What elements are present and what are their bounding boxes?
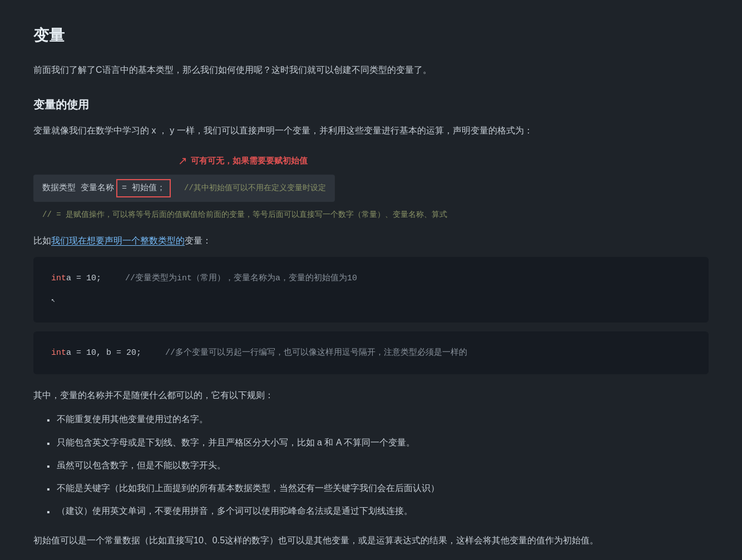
cursor-area: ↖ (51, 289, 691, 311)
rule-item-2: ▪ 只能包含英文字母或是下划线、数字，并且严格区分大小写，比如 a 和 A 不算… (47, 435, 709, 451)
page-title: 变量 (33, 22, 709, 49)
code-content-1: a = 10; (66, 271, 116, 286)
code-content-2: a = 10, b = 20; (66, 346, 156, 360)
annotation-text: 可有可无，如果需要要赋初始值 (191, 153, 308, 168)
cursor-icon: ↖ (51, 296, 55, 304)
code-comment-1: //变量类型为int（常用），变量名称为a，变量的初始值为10 (125, 271, 357, 286)
sub-comment: // = 是赋值操作，可以将等号后面的值赋值给前面的变量，等号后面可以直接写一个… (33, 206, 709, 224)
arrow-icon: ↗ (178, 151, 187, 170)
format-part1: 数据类型 变量名称 (42, 181, 114, 196)
rule-text-2: 只能包含英文字母或是下划线、数字，并且严格区分大小写，比如 a 和 A 不算同一… (57, 435, 415, 450)
bullet-1: ▪ (47, 413, 50, 428)
rule-text-3: 虽然可以包含数字，但是不能以数字开头。 (57, 458, 226, 473)
highlight-text: 我们现在想要声明一个整数类型的 (51, 236, 185, 246)
intro-paragraph: 前面我们了解了C语言中的基本类型，那么我们如何使用呢？这时我们就可以创建不同类型… (33, 62, 709, 77)
keyword-int-1: int (51, 271, 66, 286)
code-line-2: int a = 10, b = 20; //多个变量可以另起一行编写，也可以像这… (51, 343, 691, 364)
rule-text-1: 不能重复使用其他变量使用过的名字。 (57, 412, 208, 427)
rule-item-1: ▪ 不能重复使用其他变量使用过的名字。 (47, 412, 709, 428)
usage-desc: 变量就像我们在数学中学习的 x ， y 一样，我们可以直接声明一个变量，并利用这… (33, 123, 709, 138)
rule-item-4: ▪ 不能是关键字（比如我们上面提到的所有基本数据类型，当然还有一些关键字我们会在… (47, 480, 709, 497)
code-comment-2: //多个变量可以另起一行编写，也可以像这样用逗号隔开，注意类型必须是一样的 (165, 346, 467, 360)
format-line: 数据类型 变量名称 = 初始值； //其中初始值可以不用在定义变量时设定 (33, 175, 335, 202)
code-block-2: int a = 10, b = 20; //多个变量可以另起一行编写，也可以像这… (33, 331, 709, 375)
footer-paragraph: 初始值可以是一个常量数据（比如直接写10、0.5这样的数字）也可以是其他变量，或… (33, 533, 709, 549)
section-title-usage: 变量的使用 (33, 95, 709, 114)
keyword-int-2: int (51, 346, 66, 360)
rule-item-5: ▪ （建议）使用英文单词，不要使用拼音，多个词可以使用驼峰命名法或是通过下划线连… (47, 503, 709, 519)
arrow-annotation: ↗ 可有可无，如果需要要赋初始值 (178, 151, 709, 170)
rule-item-3: ▪ 虽然可以包含数字，但是不能以数字开头。 (47, 458, 709, 474)
bullet-3: ▪ (47, 459, 50, 474)
bullet-4: ▪ (47, 482, 50, 497)
rules-list: ▪ 不能重复使用其他变量使用过的名字。 ▪ 只能包含英文字母或是下划线、数字，并… (47, 412, 709, 519)
format-comment: //其中初始值可以不用在定义变量时设定 (184, 182, 326, 195)
code-line-1: int a = 10; //变量类型为int（常用），变量名称为a，变量的初始值… (51, 268, 691, 289)
example-intro: 比如我们现在想要声明一个整数类型的变量： (33, 233, 709, 248)
bullet-5: ▪ (47, 504, 50, 519)
rule-text-5: （建议）使用英文单词，不要使用拼音，多个词可以使用驼峰命名法或是通过下划线连接。 (57, 503, 413, 518)
format-boxed: = 初始值； (116, 179, 171, 198)
format-box-container: ↗ 可有可无，如果需要要赋初始值 数据类型 变量名称 = 初始值； //其中初始… (33, 151, 709, 224)
rules-intro: 其中，变量的名称并不是随便什么都可以的，它有以下规则： (33, 388, 709, 403)
code-block-1: int a = 10; //变量类型为int（常用），变量名称为a，变量的初始值… (33, 257, 709, 322)
bullet-2: ▪ (47, 436, 50, 451)
rule-text-4: 不能是关键字（比如我们上面提到的所有基本数据类型，当然还有一些关键字我们会在后面… (57, 480, 439, 495)
